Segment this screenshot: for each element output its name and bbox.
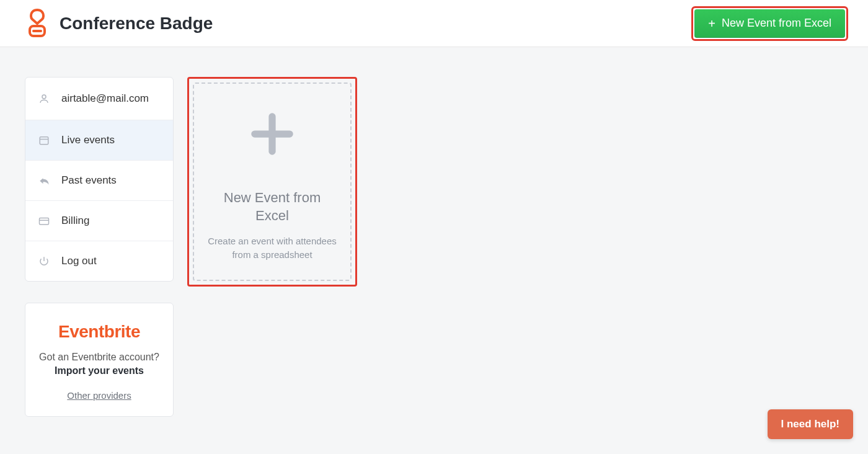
eventbrite-logo: Eventbrite — [35, 322, 163, 342]
cta-label: New Event from Excel — [722, 17, 831, 30]
reply-icon — [38, 174, 50, 187]
new-event-from-excel-button[interactable]: + New Event from Excel — [694, 9, 845, 38]
help-button[interactable]: I need help! — [768, 409, 853, 439]
content: airtable@mail.com Live events Past event… — [0, 47, 868, 442]
cta-highlight: + New Event from Excel — [691, 6, 848, 41]
create-card-title: New Event from Excel — [206, 189, 338, 225]
promo-line1: Got an Eventbrite account? — [35, 352, 163, 363]
svg-rect-3 — [40, 137, 48, 145]
plus-icon: + — [708, 17, 715, 30]
sidebar-item-logout[interactable]: Log out — [25, 241, 173, 281]
promo-line2: Import your events — [35, 365, 163, 376]
brand-logo-icon — [25, 9, 50, 38]
other-providers-link[interactable]: Other providers — [67, 390, 131, 401]
nav-card: airtable@mail.com Live events Past event… — [25, 77, 174, 282]
sidebar-item-label: Billing — [61, 215, 89, 227]
calendar-icon — [38, 134, 50, 146]
create-card-subtitle: Create an event with attendees from a sp… — [206, 234, 338, 262]
sidebar-item-account[interactable]: airtable@mail.com — [25, 78, 173, 120]
header: Conference Badge + New Event from Excel — [0, 0, 868, 47]
sidebar-item-label: Log out — [61, 255, 97, 267]
svg-point-2 — [42, 95, 46, 99]
user-icon — [38, 92, 50, 105]
main: New Event from Excel Create an event wit… — [187, 77, 843, 287]
sidebar-item-past-events[interactable]: Past events — [25, 160, 173, 200]
sidebar: airtable@mail.com Live events Past event… — [25, 77, 174, 417]
sidebar-item-label: Live events — [61, 134, 115, 146]
plus-large-icon — [244, 106, 300, 162]
create-card-highlight: New Event from Excel Create an event wit… — [187, 77, 357, 287]
sidebar-item-label: airtable@mail.com — [61, 92, 149, 105]
eventbrite-promo: Eventbrite Got an Eventbrite account? Im… — [25, 303, 174, 417]
card-icon — [38, 215, 50, 227]
sidebar-item-live-events[interactable]: Live events — [25, 120, 173, 160]
brand: Conference Badge — [25, 9, 213, 38]
svg-rect-5 — [40, 218, 49, 225]
sidebar-item-billing[interactable]: Billing — [25, 200, 173, 241]
brand-title: Conference Badge — [60, 14, 213, 33]
sidebar-item-label: Past events — [61, 174, 117, 187]
new-event-from-excel-card[interactable]: New Event from Excel Create an event wit… — [193, 82, 352, 281]
help-button-label: I need help! — [781, 418, 839, 430]
power-icon — [38, 255, 50, 267]
svg-rect-8 — [251, 130, 293, 137]
